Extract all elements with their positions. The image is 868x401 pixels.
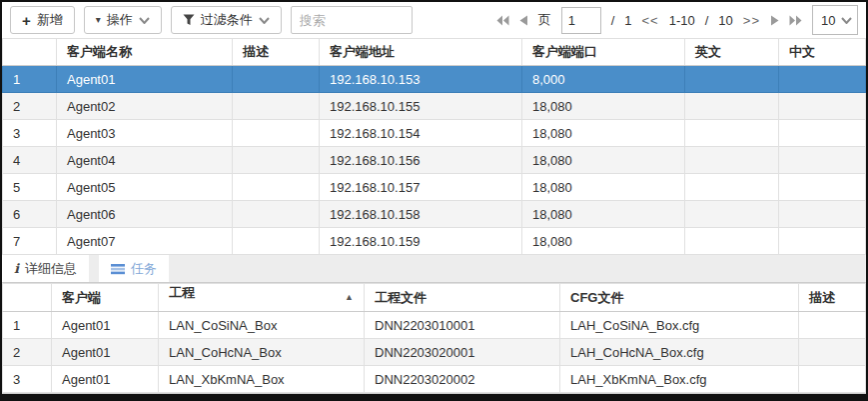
- table-row[interactable]: 3Agent01LAN_XbKmNA_BoxDNN2203020002LAH_X…: [3, 366, 866, 393]
- cell-addr: 192.168.10.155: [320, 93, 522, 120]
- range-separator: /: [705, 13, 709, 28]
- filter-dropdown-button[interactable]: 过滤条件: [171, 6, 282, 34]
- cell-name: Agent03: [57, 120, 233, 147]
- cell-desc: [799, 312, 866, 339]
- prev-page-button[interactable]: [519, 15, 528, 26]
- column-header-chinese[interactable]: 中文: [779, 39, 866, 66]
- cell-name: Agent04: [57, 147, 233, 174]
- column-header-project[interactable]: 工程 ▲: [159, 284, 365, 312]
- sort-ascending-icon: ▲: [345, 284, 354, 311]
- cell-desc: [233, 66, 320, 93]
- table-row[interactable]: 2Agent02192.168.10.15518,080: [3, 93, 866, 120]
- last-page-button[interactable]: [789, 15, 802, 26]
- column-header-english[interactable]: 英文: [685, 39, 779, 66]
- range-next-button[interactable]: >>: [743, 13, 760, 28]
- row-number-header: [3, 284, 52, 312]
- cell-desc: [233, 93, 320, 120]
- table-row[interactable]: 1Agent01192.168.10.1538,000: [3, 66, 866, 93]
- cell-en: [685, 228, 779, 255]
- table-row[interactable]: 1Agent01LAN_CoSiNA_BoxDNN2203010001LAH_C…: [3, 312, 866, 339]
- page-separator: /: [611, 13, 615, 28]
- row-number-header: [3, 39, 57, 66]
- cell-port: 18,080: [522, 228, 685, 255]
- cell-project: LAN_CoSiNA_Box: [159, 312, 365, 339]
- cell-cfg_file: LAH_CoHcNA_Box.cfg: [560, 339, 799, 366]
- cell-zh: [779, 201, 866, 228]
- cell-desc: [233, 228, 320, 255]
- cell-client: Agent01: [52, 339, 159, 366]
- cell-addr: 192.168.10.156: [320, 147, 522, 174]
- row-number-cell: 6: [3, 201, 57, 228]
- caret-down-icon: ▾: [96, 15, 101, 25]
- cell-port: 18,080: [522, 174, 685, 201]
- table-row[interactable]: 2Agent01LAN_CoHcNA_BoxDNN2203020001LAH_C…: [3, 339, 866, 366]
- cell-desc: [799, 339, 866, 366]
- row-number-cell: 1: [3, 312, 52, 339]
- row-number-cell: 4: [3, 147, 57, 174]
- search-input[interactable]: [291, 6, 413, 34]
- page-size-value: 10: [821, 13, 835, 28]
- column-header-description[interactable]: 描述: [799, 284, 866, 312]
- filter-button-label: 过滤条件: [201, 11, 253, 29]
- cell-addr: 192.168.10.158: [320, 201, 522, 228]
- task-list-icon: [111, 263, 125, 275]
- chevron-down-icon: [259, 17, 270, 24]
- table-row[interactable]: 7Agent07192.168.10.15918,080: [3, 228, 866, 255]
- cell-name: Agent05: [57, 174, 233, 201]
- cell-zh: [779, 147, 866, 174]
- cell-zh: [779, 174, 866, 201]
- cell-en: [685, 201, 779, 228]
- cell-port: 18,080: [522, 93, 685, 120]
- cell-en: [685, 93, 779, 120]
- page-number-input[interactable]: [561, 7, 601, 34]
- item-range: 1-10: [669, 13, 695, 28]
- table-row[interactable]: 4Agent04192.168.10.15618,080: [3, 147, 866, 174]
- cell-client: Agent01: [52, 312, 159, 339]
- cell-project_file: DNN2203020001: [365, 339, 560, 366]
- column-header-client-address[interactable]: 客户端地址: [320, 39, 522, 66]
- column-header-client-name[interactable]: 客户端名称: [57, 39, 233, 66]
- cell-port: 18,080: [522, 201, 685, 228]
- cell-client: Agent01: [52, 366, 159, 393]
- cell-project_file: DNN2203010001: [365, 312, 560, 339]
- row-number-cell: 2: [3, 339, 52, 366]
- table-row[interactable]: 5Agent05192.168.10.15718,080: [3, 174, 866, 201]
- add-button-label: 新增: [37, 11, 63, 29]
- cell-port: 18,080: [522, 120, 685, 147]
- cell-cfg_file: LAH_XbKmNA_Box.cfg: [560, 366, 799, 393]
- bottom-strip: [2, 393, 866, 394]
- detail-tabbar: i 详细信息 任务: [2, 255, 866, 283]
- pagination: 页 / 1 << 1-10 / 10 >> 10: [496, 5, 858, 35]
- column-header-description[interactable]: 描述: [233, 39, 320, 66]
- cell-en: [685, 66, 779, 93]
- column-header-project-file[interactable]: 工程文件: [365, 284, 560, 312]
- table-row[interactable]: 6Agent06192.168.10.15818,080: [3, 201, 866, 228]
- cell-en: [685, 147, 779, 174]
- cell-desc: [233, 147, 320, 174]
- tasks-header-row: 客户端 工程 ▲ 工程文件 CFG文件 描述: [3, 284, 866, 312]
- first-page-button[interactable]: [496, 15, 509, 26]
- next-page-button[interactable]: [770, 15, 779, 26]
- tab-tasks-label: 任务: [131, 260, 157, 278]
- cell-project: LAN_CoHcNA_Box: [159, 339, 365, 366]
- toolbar: + 新增 ▾ 操作 过滤条件 页 / 1: [2, 2, 866, 38]
- info-icon: i: [14, 261, 19, 276]
- row-number-cell: 1: [3, 66, 57, 93]
- cell-name: Agent01: [57, 66, 233, 93]
- tab-tasks[interactable]: 任务: [99, 255, 169, 282]
- cell-zh: [779, 93, 866, 120]
- tab-details[interactable]: i 详细信息: [2, 255, 89, 282]
- cell-desc: [799, 366, 866, 393]
- column-header-cfg-file[interactable]: CFG文件: [560, 284, 799, 312]
- cell-port: 8,000: [522, 66, 685, 93]
- row-number-cell: 7: [3, 228, 57, 255]
- row-number-cell: 5: [3, 174, 57, 201]
- add-button[interactable]: + 新增: [10, 6, 75, 34]
- cell-en: [685, 174, 779, 201]
- column-header-client[interactable]: 客户端: [52, 284, 159, 312]
- page-size-select[interactable]: 10: [812, 5, 858, 35]
- column-header-client-port[interactable]: 客户端端口: [522, 39, 685, 66]
- range-prev-button[interactable]: <<: [642, 13, 659, 28]
- table-row[interactable]: 3Agent03192.168.10.15418,080: [3, 120, 866, 147]
- action-dropdown-button[interactable]: ▾ 操作: [84, 6, 162, 34]
